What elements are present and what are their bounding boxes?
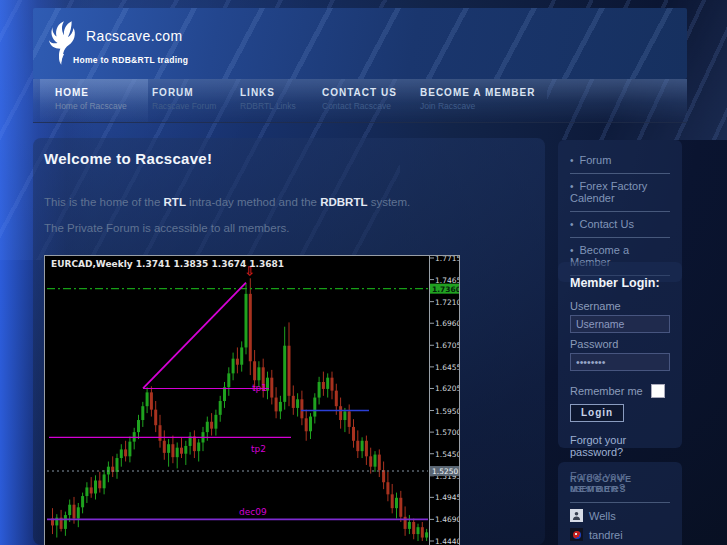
candle-body bbox=[193, 436, 196, 451]
candle-body bbox=[223, 387, 226, 401]
nav-item-sublabel: Home of Racscave bbox=[55, 101, 148, 111]
candle-body bbox=[386, 482, 389, 494]
price-tick-label: 1.5450 bbox=[435, 450, 459, 459]
candle-body bbox=[339, 406, 342, 420]
member-row[interactable]: Wells bbox=[570, 509, 670, 522]
nav-item-sublabel: Contact Racscave bbox=[322, 101, 420, 111]
intro-text: system. bbox=[367, 196, 410, 208]
candle-body bbox=[124, 449, 127, 456]
candle-body bbox=[249, 294, 252, 361]
candle-body bbox=[163, 441, 166, 453]
nav-item-sublabel: Join Racscave bbox=[420, 101, 535, 111]
nav-item-contact-us[interactable]: CONTACT USContact Racscave bbox=[322, 79, 420, 122]
candle-body bbox=[232, 359, 235, 374]
candle-body bbox=[154, 410, 157, 426]
candle-body bbox=[331, 378, 334, 391]
price-tick-label: 1.6705 bbox=[435, 341, 459, 350]
page-title: Welcome to Racscave! bbox=[44, 150, 212, 167]
candle-body bbox=[77, 507, 80, 518]
sidebar-item-contact-us[interactable]: •Contact Us bbox=[570, 212, 670, 238]
candle-body bbox=[356, 441, 359, 451]
nav-item-links[interactable]: LINKSRDBRTL Links bbox=[240, 79, 322, 122]
current-price-value: 1.5250 bbox=[432, 467, 458, 476]
candle-body bbox=[90, 487, 93, 493]
member-login-panel: Member Login: Username Password Remember… bbox=[558, 262, 682, 448]
nav-item-sublabel: Racscave Forum bbox=[152, 101, 240, 111]
nav-item-become-a-member[interactable]: BECOME A MEMBERJoin Racscave bbox=[420, 79, 535, 122]
bullet-icon: • bbox=[570, 219, 574, 230]
candle-body bbox=[378, 455, 381, 471]
candle-body bbox=[227, 373, 230, 387]
price-tick-label: 1.4440 bbox=[435, 537, 459, 545]
candle-body bbox=[85, 487, 88, 496]
candle-body bbox=[399, 498, 402, 517]
nav-item-home[interactable]: HOMEHome of Racscave bbox=[40, 79, 148, 122]
candle-body bbox=[171, 444, 174, 457]
remember-me-checkbox[interactable] bbox=[651, 384, 665, 398]
member-avatar-icon bbox=[570, 528, 583, 541]
candle-body bbox=[395, 498, 398, 508]
candle-body bbox=[150, 392, 153, 409]
remember-me-row: Remember me bbox=[570, 384, 670, 398]
eurcad-weekly-chart: 1.77151.74651.72101.69601.67051.64551.62… bbox=[45, 256, 459, 545]
price-tick-label: 1.7715 bbox=[435, 256, 459, 263]
site-name: Racscave.com bbox=[86, 28, 183, 44]
candle-body bbox=[128, 442, 131, 457]
candle-body bbox=[412, 522, 415, 534]
password-label: Password bbox=[570, 338, 670, 350]
alert-price-value: 1.7360 bbox=[432, 285, 459, 294]
price-tick-label: 1.6960 bbox=[435, 319, 459, 328]
nav-item-label: FORUM bbox=[152, 87, 240, 98]
login-button[interactable]: Login bbox=[570, 404, 624, 422]
candle-body bbox=[275, 398, 278, 412]
candle-body bbox=[210, 422, 213, 429]
candle-body bbox=[292, 396, 295, 408]
candle-body bbox=[288, 346, 291, 396]
nav-item-label: CONTACT US bbox=[322, 87, 420, 98]
candle-body bbox=[257, 367, 260, 380]
nav-item-forum[interactable]: FORUMRacscave Forum bbox=[152, 79, 240, 122]
members-heading: RACSCAVE MEMBERS bbox=[570, 474, 670, 503]
candle-body bbox=[180, 448, 183, 454]
page: Racscave.com Home to RDB&RTL trading HOM… bbox=[0, 0, 727, 545]
candle-body bbox=[326, 378, 329, 389]
candle-body bbox=[219, 401, 222, 415]
forum-access-paragraph: The Private Forum is accessible to all m… bbox=[44, 222, 289, 234]
sidebar-item-label: Forum bbox=[580, 154, 612, 166]
nav-item-label: LINKS bbox=[240, 87, 322, 98]
username-input[interactable] bbox=[570, 315, 670, 333]
price-tick-label: 1.6205 bbox=[435, 384, 459, 393]
candle-body bbox=[421, 527, 424, 537]
price-tick-label: 1.5700 bbox=[435, 428, 459, 437]
candle-body bbox=[352, 427, 355, 441]
candle-body bbox=[417, 527, 420, 534]
candle-body bbox=[116, 458, 119, 472]
price-tick-label: 1.4945 bbox=[435, 493, 459, 502]
candle-body bbox=[141, 406, 144, 420]
candle-body bbox=[283, 346, 286, 402]
member-name: tandrei bbox=[589, 529, 623, 541]
candle-body bbox=[103, 474, 106, 488]
dec09-label: dec09 bbox=[239, 507, 267, 517]
candle-body bbox=[374, 455, 377, 467]
password-input[interactable] bbox=[570, 353, 670, 371]
forgot-password-link[interactable]: Forgot your password? bbox=[570, 434, 670, 458]
candle-body bbox=[425, 532, 428, 537]
candle-body bbox=[318, 382, 321, 398]
candle-body bbox=[279, 402, 282, 412]
login-heading: Member Login: bbox=[570, 276, 670, 290]
sidebar-item-forex-factory-calender[interactable]: •Forex Factory Calender bbox=[570, 174, 670, 212]
sidebar-item-label: Contact Us bbox=[580, 218, 634, 230]
candle-body bbox=[64, 515, 67, 529]
sidebar-item-forum[interactable]: •Forum bbox=[570, 148, 670, 174]
candle-body bbox=[184, 446, 187, 454]
username-label: Username bbox=[570, 300, 670, 312]
price-tick-label: 1.5950 bbox=[435, 407, 459, 416]
price-chart[interactable]: 1.77151.74651.72101.69601.67051.64551.62… bbox=[44, 255, 460, 545]
member-row[interactable]: tandrei bbox=[570, 528, 670, 541]
bullet-icon: • bbox=[570, 181, 574, 192]
candle-body bbox=[296, 399, 299, 408]
tp2-label: tp2 bbox=[251, 444, 266, 454]
candle-body bbox=[120, 449, 123, 458]
candle-body bbox=[176, 448, 179, 458]
